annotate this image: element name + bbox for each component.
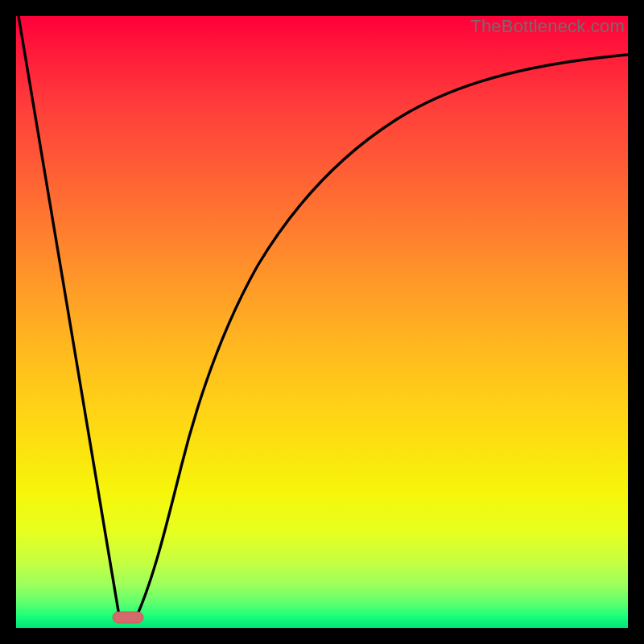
- valley-marker: [113, 612, 143, 623]
- chart-frame: TheBottleneck.com: [0, 0, 644, 644]
- curve-left-branch: [19, 16, 119, 616]
- plot-area: TheBottleneck.com: [16, 16, 628, 628]
- curve-right-branch: [137, 55, 628, 616]
- curve-layer: [16, 16, 628, 628]
